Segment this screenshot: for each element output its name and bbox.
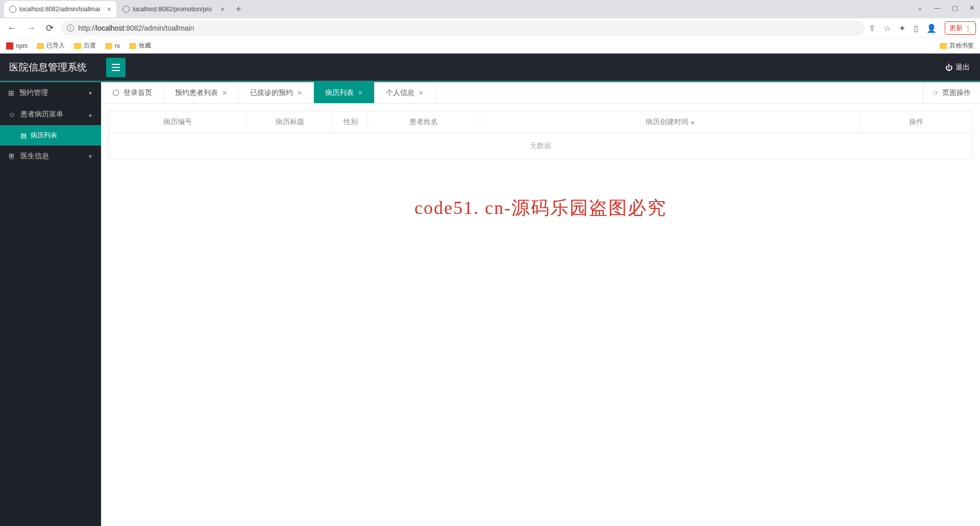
user-icon: ☺ [8,110,15,118]
star-icon[interactable]: ☆ [884,23,891,33]
tab-label: localhost:8082/promotion/pro [133,6,212,13]
sidebar: ⊞预约管理 ▼ ☺患者病历菜单 ▲ ▤ 病历列表 ⛨医生信息 ▼ [0,82,101,526]
col-action[interactable]: 操作 [860,111,972,133]
close-icon[interactable]: ✕ [358,89,363,97]
bookmark-item[interactable]: npm [6,42,28,50]
app-title: 医院信息管理系统 [0,61,96,74]
tab-label: localhost:8082/admin/toallmai [19,6,100,13]
panel-icon[interactable]: ▯ [914,23,918,33]
sidebar-item-appointment[interactable]: ⊞预约管理 ▼ [0,82,101,104]
globe-icon [9,6,16,13]
bookmark-item[interactable]: rx [105,42,120,50]
browser-tab-bar: localhost:8082/admin/toallmai × localhos… [0,0,980,18]
logout-button[interactable]: ⏻ 退出 [945,63,970,72]
watermark: code51. cn-源码乐园盗图必究 [414,196,667,221]
close-icon[interactable]: × [220,5,225,13]
bookmark-bar: npm 已导入 百度 rx 收藏 其他书签 [0,38,980,53]
forward-button[interactable]: → [23,21,39,36]
sidebar-item-doctor[interactable]: ⛨医生信息 ▼ [0,146,101,167]
page-ops-button[interactable]: ☞ 页面操作 [923,82,980,103]
close-icon[interactable]: ✕ [222,89,227,97]
records-table: 病历编号 病历标题 性别 患者姓名 病历创建时间◆ 操作 无数据 [108,111,973,159]
app-topbar: 医院信息管理系统 ⏻ 退出 [0,54,980,82]
url-input[interactable]: i http://localhost:8082/admin/toallmain [61,20,865,36]
extensions-icon[interactable]: ✦ [899,23,905,33]
folder-icon [940,43,947,49]
tab-home[interactable]: 🖵 登录首页 [101,82,164,103]
chevron-down-icon: ▼ [88,90,93,96]
close-icon[interactable]: ✕ [297,89,302,97]
browser-tab[interactable]: localhost:8082/promotion/pro × [117,1,230,17]
power-icon: ⏻ [945,63,952,71]
close-icon[interactable]: × [107,5,111,13]
profile-icon[interactable]: 👤 [926,23,937,33]
reload-button[interactable]: ⟳ [43,20,57,36]
hamburger-icon [112,64,120,71]
col-name[interactable]: 患者姓名 [368,111,480,133]
update-button[interactable]: 更新⋮ [945,21,976,35]
window-controls: ⌄ — ▢ ✕ [917,4,975,12]
app-tabs-row: 🖵 登录首页 预约患者列表 ✕ 已接诊的预约 ✕ 病历列表 ✕ 个人信息 [101,82,980,104]
address-bar: ← → ⟳ i http://localhost:8082/admin/toal… [0,18,980,38]
sidebar-sub-record-list[interactable]: ▤ 病历列表 [0,125,101,146]
col-gender[interactable]: 性别 [333,111,368,133]
maximize-icon[interactable]: ▢ [952,4,958,12]
folder-icon [74,43,81,49]
browser-tab[interactable]: localhost:8082/admin/toallmai × [4,1,116,17]
tab-patient-list[interactable]: 预约患者列表 ✕ [164,82,239,103]
folder-icon [37,43,44,49]
bookmark-item[interactable]: 已导入 [37,41,65,50]
list-icon: ▤ [20,132,27,139]
shield-icon: ⛨ [8,152,15,160]
col-time[interactable]: 病历创建时间◆ [480,111,860,133]
bookmark-item[interactable]: 百度 [74,41,96,50]
folder-icon [105,43,112,49]
dropdown-icon[interactable]: ⌄ [917,4,923,12]
info-icon[interactable]: i [67,25,74,32]
globe-icon [122,6,130,13]
close-icon[interactable]: ✕ [419,89,424,97]
url-text: http://localhost:8082/admin/toallmain [78,24,194,32]
close-window-icon[interactable]: ✕ [969,4,975,12]
minimize-icon[interactable]: — [934,4,941,12]
content-area: 病历编号 病历标题 性别 患者姓名 病历创建时间◆ 操作 无数据 code51.… [101,104,980,166]
monitor-icon: 🖵 [112,89,119,97]
col-id[interactable]: 病历编号 [109,111,247,133]
sidebar-item-records[interactable]: ☺患者病历菜单 ▲ [0,104,101,125]
browser-chrome: localhost:8082/admin/toallmai × localhos… [0,0,980,54]
new-tab-button[interactable]: + [231,4,247,15]
tab-profile[interactable]: 个人信息 ✕ [375,82,435,103]
address-actions: ⇪ ☆ ✦ ▯ 👤 更新⋮ [869,21,976,35]
sort-icon: ◆ [691,119,695,125]
bookmark-item[interactable]: 收藏 [129,41,151,50]
tab-accepted[interactable]: 已接诊的预约 ✕ [239,82,314,103]
share-icon[interactable]: ⇪ [869,23,875,33]
chevron-down-icon: ▼ [88,154,93,159]
col-title[interactable]: 病历标题 [247,111,333,133]
main-panel: 🖵 登录首页 预约患者列表 ✕ 已接诊的预约 ✕ 病历列表 ✕ 个人信息 [101,82,980,526]
menu-toggle-button[interactable] [106,58,126,77]
empty-state: 无数据 [109,133,973,159]
other-bookmarks[interactable]: 其他书签 [940,41,974,50]
tab-records[interactable]: 病历列表 ✕ [314,82,375,103]
chevron-up-icon: ▲ [88,112,93,117]
back-button[interactable]: ← [4,21,19,36]
grid-icon: ⊞ [8,89,14,97]
npm-icon [6,42,13,50]
folder-icon [129,43,136,49]
hand-icon: ☞ [933,89,939,97]
